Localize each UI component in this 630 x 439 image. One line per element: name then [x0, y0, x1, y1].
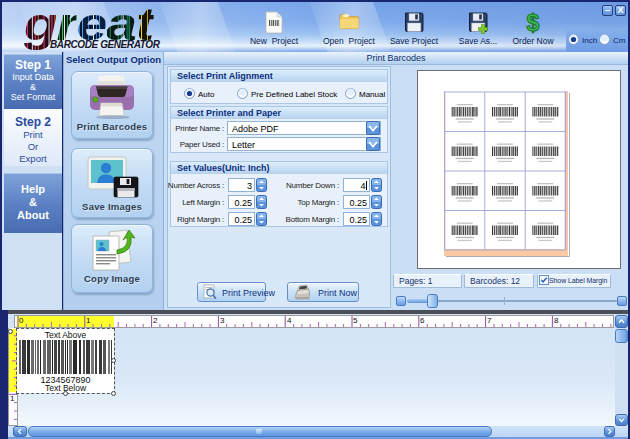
svg-text:$: $ — [527, 11, 540, 36]
